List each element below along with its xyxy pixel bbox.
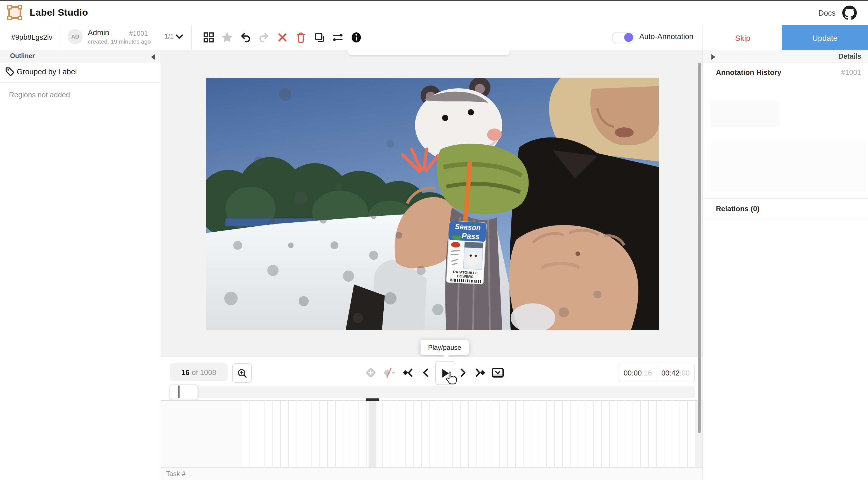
video-scene: Season Pass RATATOUILLE BOWERS [206, 78, 659, 330]
total-time: 00:42:00 [657, 364, 694, 382]
foreground-hand [509, 225, 639, 331]
keyframe-slash-icon [382, 367, 396, 379]
docs-link[interactable]: Docs [818, 9, 836, 17]
previous-keyframe-button[interactable] [401, 366, 414, 379]
seek-viewport-handle[interactable] [169, 384, 198, 400]
current-time-frames: :16 [642, 369, 652, 377]
top-bar: Label Studio Docs [0, 1, 868, 26]
timeline-label-gutter [160, 401, 242, 467]
next-keyframe-button[interactable] [474, 366, 487, 379]
delete-icon[interactable] [295, 31, 307, 43]
history-skeleton [711, 140, 866, 191]
annotation-id: #1001 [129, 30, 148, 37]
annotation-counter[interactable]: 1/1 [164, 32, 174, 40]
play-icon [440, 367, 450, 379]
next-frame-button[interactable] [456, 366, 470, 379]
user-avatar: AD [68, 29, 83, 44]
add-keyframe-button[interactable] [364, 366, 377, 379]
skip-button[interactable]: Skip [703, 25, 782, 50]
redo-icon[interactable] [258, 31, 270, 43]
next-keyframe-icon [474, 367, 487, 379]
play-pause-button[interactable] [435, 361, 455, 385]
frame-current: 16 [182, 368, 190, 376]
seek-track[interactable] [170, 385, 695, 398]
ground-truth-star-icon[interactable] [221, 31, 233, 43]
svg-text:Season: Season [455, 222, 481, 232]
info-icon[interactable] [350, 31, 363, 43]
timeline-frames-ruler[interactable] [242, 401, 695, 467]
task-number-label: Task # [166, 470, 185, 478]
github-icon[interactable] [842, 6, 857, 20]
total-time-frames: :00 [680, 369, 690, 377]
chevron-right-icon [458, 367, 469, 379]
undo-icon[interactable] [239, 31, 252, 43]
vertical-scrollbar[interactable] [698, 63, 701, 433]
time-display[interactable]: 00:00:16 00:42:00 [619, 364, 694, 382]
outliner-panel [0, 50, 161, 480]
label-studio-logo-icon[interactable] [7, 5, 22, 20]
grid-view-icon[interactable] [203, 31, 215, 43]
task-id: #9pb8Lgs2iv [11, 33, 52, 41]
settings-icon[interactable] [332, 31, 344, 43]
zoom-in-button[interactable] [232, 363, 252, 383]
collapse-box-icon [491, 367, 504, 379]
details-title: Details [0, 53, 861, 60]
app-title: Label Studio [30, 7, 88, 19]
divider [60, 25, 60, 50]
chevron-down-icon[interactable] [175, 32, 184, 41]
previous-frame-button[interactable] [419, 366, 432, 379]
relations-title: Relations (0) [716, 205, 760, 213]
video-frame[interactable]: Season Pass RATATOUILLE BOWERS [206, 78, 659, 330]
chevron-left-icon [420, 367, 431, 379]
toggle-keyframe-button[interactable] [382, 366, 396, 379]
auto-annotation-toggle[interactable] [612, 32, 634, 44]
prev-keyframe-icon [402, 367, 414, 379]
annotation-author: Admin [88, 29, 109, 37]
playhead-indicator[interactable] [178, 385, 180, 398]
current-frame-column [369, 401, 376, 467]
play-pause-tooltip: Play/pause [421, 340, 469, 355]
duplicate-icon[interactable] [313, 31, 326, 43]
annotation-history-id: #1001 [0, 68, 861, 76]
timeline-footer [160, 467, 703, 480]
frame-total: 1008 [200, 368, 216, 376]
frame-counter-input[interactable]: 16 of 1008 [170, 363, 228, 381]
regions-empty-text: Regions not added [9, 91, 70, 99]
divider [191, 25, 192, 50]
interpolation-toggle-button[interactable] [491, 366, 504, 379]
reset-icon[interactable] [276, 31, 288, 43]
history-skeleton [711, 101, 780, 127]
label-studio-app: Label Studio Docs #9pb8Lgs2iv AD Admin #… [0, 0, 868, 480]
magnifier-plus-icon [237, 368, 247, 378]
current-frame-marker[interactable] [366, 399, 379, 401]
current-time: 00:00:16 [619, 364, 657, 382]
svg-text:BOWERS: BOWERS [457, 274, 474, 279]
annotation-created: created, 19 minutes ago [88, 38, 151, 45]
frame-separator: of [192, 368, 198, 376]
auto-annotation-label: Auto-Annotation [639, 32, 693, 41]
update-button[interactable]: Update [782, 25, 868, 50]
keyframe-add-icon [365, 367, 377, 379]
svg-text:Pass: Pass [461, 231, 480, 241]
toggle-knob [624, 33, 633, 42]
